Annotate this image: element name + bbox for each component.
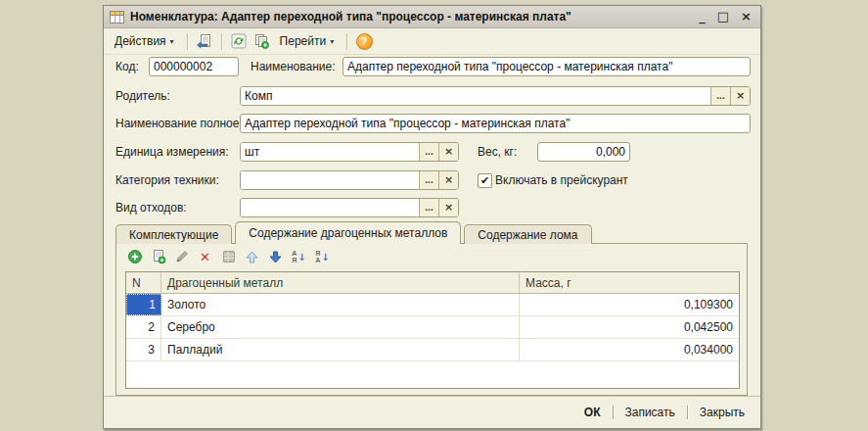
arrow-up-icon: [245, 250, 259, 264]
metal-cell[interactable]: Палладий: [161, 339, 520, 360]
parent-label: Родитель:: [115, 89, 170, 103]
include-pricelist-checkbox[interactable]: ✔: [478, 173, 492, 188]
weight-label: Вес, кг:: [478, 145, 517, 159]
category-lookup-button[interactable]: ...: [419, 171, 438, 189]
save-button[interactable]: Записать: [621, 404, 679, 421]
chevron-down-icon: ▾: [330, 37, 334, 46]
sort-asc-icon: АЯ: [292, 250, 297, 263]
minimize-icon[interactable]: _: [699, 10, 706, 24]
clear-icon: ×: [444, 147, 453, 157]
add-row-button[interactable]: [126, 249, 143, 265]
goto-label: Перейти: [280, 34, 327, 48]
parent-clear-button[interactable]: ×: [730, 87, 750, 105]
full-name-field[interactable]: [240, 114, 751, 133]
window-title: Номенклатура: Адаптер переходной типа "п…: [130, 10, 693, 24]
ellipsis-icon: ...: [425, 203, 433, 213]
unit-row: Единица измерения: ... × Вес, кг:: [104, 142, 760, 164]
close-button[interactable]: Закрыть: [696, 404, 749, 421]
sort-asc-button[interactable]: АЯ ↓: [291, 249, 307, 265]
clear-icon: ×: [444, 175, 453, 185]
copy-add-icon: [151, 249, 166, 264]
category-row: Категория техники: ... × ✔ Включать в пр…: [104, 170, 760, 192]
metals-table: N Драгоценный металл Масса, г 1 Золото 0…: [125, 271, 740, 389]
nomenclature-window: Номенклатура: Адаптер переходной типа "п…: [103, 5, 761, 429]
table-row[interactable]: 2 Серебро 0,042500: [126, 316, 739, 339]
clear-icon: ×: [444, 203, 453, 213]
col-header-metal[interactable]: Драгоценный металл: [161, 272, 520, 293]
copy-button[interactable]: [251, 31, 271, 51]
col-header-mass[interactable]: Масса, г: [520, 272, 739, 293]
sort-desc-icon: ЯА: [315, 250, 320, 263]
refresh-button[interactable]: [229, 31, 249, 51]
title-bar[interactable]: Номенклатура: Адаптер переходной типа "п…: [104, 6, 760, 28]
end-edit-button[interactable]: [220, 249, 237, 265]
desktop: Номенклатура: Адаптер переходной типа "п…: [0, 0, 868, 431]
copy-row-button[interactable]: [150, 249, 166, 265]
arrow-down-icon: [268, 250, 283, 264]
reread-button[interactable]: [195, 31, 214, 51]
col-header-n[interactable]: N: [126, 272, 161, 293]
toolbar-separator: [346, 33, 347, 50]
tab-scrap[interactable]: Содержание лома: [464, 224, 591, 244]
help-button[interactable]: ?: [354, 31, 374, 51]
row-number-cell-selected[interactable]: 1: [126, 294, 161, 315]
table-header: N Драгоценный металл Масса, г: [126, 272, 739, 294]
tab-strip: Комплектующие Содержание драгоценных мет…: [115, 221, 592, 244]
weight-field[interactable]: [537, 142, 630, 162]
code-label: Код:: [115, 60, 139, 73]
row-number-cell[interactable]: 2: [126, 316, 161, 338]
mass-cell[interactable]: 0,034000: [520, 339, 739, 360]
parent-field-group: ... ×: [240, 86, 751, 106]
parent-row: Родитель: ... ×: [104, 86, 760, 108]
table-row[interactable]: 3 Палладий 0,034000: [126, 339, 739, 361]
clear-icon: ×: [736, 91, 745, 101]
footer-separator: [687, 406, 688, 419]
tab-components[interactable]: Комплектующие: [115, 224, 232, 244]
mass-cell[interactable]: 0,042500: [520, 316, 739, 338]
grid-toolbar: ✕: [126, 248, 331, 265]
unit-clear-button[interactable]: ×: [438, 143, 458, 161]
toolbar-separator: [187, 33, 188, 50]
row-number-cell[interactable]: 3: [126, 339, 161, 360]
move-down-button[interactable]: [267, 249, 284, 265]
metal-cell[interactable]: Золото: [161, 294, 520, 315]
goto-menu-button[interactable]: Перейти ▾: [274, 32, 341, 50]
catalog-item-icon: [110, 11, 124, 24]
category-label: Категория техники:: [115, 173, 219, 187]
full-name-label: Наименование полное:: [115, 117, 243, 130]
parent-lookup-button[interactable]: ...: [710, 87, 730, 105]
category-field-group: ... ×: [240, 170, 459, 190]
name-label: Наименование:: [251, 60, 336, 73]
edit-row-button[interactable]: [173, 249, 190, 265]
category-field[interactable]: [241, 171, 419, 189]
unit-label: Единица измерения:: [115, 145, 229, 159]
move-up-button[interactable]: [244, 249, 260, 265]
unit-lookup-button[interactable]: ...: [419, 143, 438, 161]
close-icon[interactable]: ×: [741, 10, 752, 24]
code-field[interactable]: [149, 57, 239, 76]
waste-field-group: ... ×: [240, 198, 459, 217]
waste-lookup-button[interactable]: ...: [419, 199, 438, 216]
reread-icon: [197, 33, 212, 49]
unit-field-group: ... ×: [240, 142, 459, 162]
parent-field[interactable]: [241, 87, 710, 105]
delete-row-button[interactable]: ✕: [197, 249, 213, 265]
mass-cell[interactable]: 0,109300: [520, 294, 739, 315]
copy-add-icon: [253, 33, 269, 49]
table-row[interactable]: 1 Золото 0,109300: [126, 294, 739, 316]
waste-clear-button[interactable]: ×: [438, 199, 458, 216]
ellipsis-icon: ...: [716, 91, 724, 101]
maximize-icon[interactable]: □: [717, 10, 729, 24]
ellipsis-icon: ...: [425, 147, 433, 157]
help-icon: ?: [356, 33, 373, 50]
footer-bar: ОК Записать Закрыть: [104, 396, 760, 428]
actions-menu-button[interactable]: Действия ▾: [109, 32, 180, 50]
name-field[interactable]: [343, 57, 751, 76]
ok-button[interactable]: ОК: [580, 404, 605, 421]
metal-cell[interactable]: Серебро: [161, 316, 520, 338]
unit-field[interactable]: [241, 143, 419, 161]
waste-field[interactable]: [241, 199, 419, 216]
category-clear-button[interactable]: ×: [438, 171, 458, 189]
sort-desc-button[interactable]: ЯА ↓: [314, 249, 331, 265]
tab-precious-metals[interactable]: Содержание драгоценных металлов: [235, 221, 461, 244]
